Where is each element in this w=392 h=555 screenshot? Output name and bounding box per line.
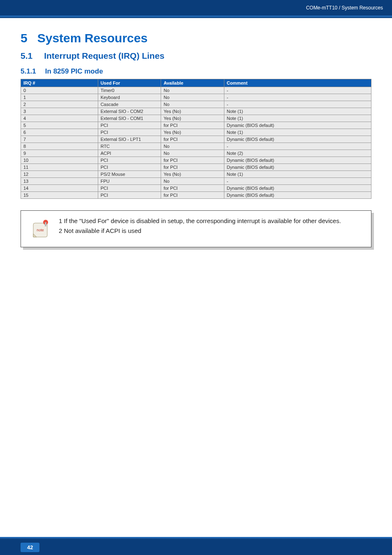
- cell-comment: Dynamic (BIOS default): [224, 122, 371, 129]
- cell-comment: Note (2): [224, 150, 371, 157]
- cell-comment: Dynamic (BIOS default): [224, 136, 371, 143]
- cell-irq: 15: [21, 192, 98, 199]
- cell-comment: -: [224, 87, 371, 94]
- cell-irq: 14: [21, 185, 98, 192]
- cell-irq: 3: [21, 108, 98, 115]
- cell-irq: 13: [21, 178, 98, 185]
- cell-comment: -: [224, 178, 371, 185]
- cell-avail: for PCI: [161, 164, 224, 171]
- table-header-row: IRQ # Used For Available Comment: [21, 79, 371, 87]
- header-bar: COMe-mTT10 / System Resources: [0, 0, 392, 16]
- page-number: 42: [21, 543, 39, 552]
- cell-comment: Dynamic (BIOS default): [224, 157, 371, 164]
- cell-irq: 4: [21, 115, 98, 122]
- chapter-heading: 5System Resources: [21, 31, 371, 45]
- section-title: Interrupt Request (IRQ) Lines: [44, 51, 164, 60]
- cell-avail: No: [161, 87, 224, 94]
- cell-comment: Dynamic (BIOS default): [224, 185, 371, 192]
- col-irq: IRQ #: [21, 79, 98, 87]
- cell-irq: 6: [21, 129, 98, 136]
- note-line-1: 1 If the "Used For" device is disabled i…: [59, 216, 341, 226]
- note-icon: note: [29, 219, 51, 241]
- col-available: Available: [161, 79, 224, 87]
- cell-avail: Yes (No): [161, 129, 224, 136]
- table-row: 15PCIfor PCIDynamic (BIOS default): [21, 192, 371, 199]
- table-row: 0Timer0No-: [21, 87, 371, 94]
- table-row: 4External SIO - COM1Yes (No)Note (1): [21, 115, 371, 122]
- cell-comment: -: [224, 101, 371, 108]
- subsection-title: In 8259 PIC mode: [45, 67, 103, 75]
- breadcrumb: COMe-mTT10 / System Resources: [306, 5, 383, 11]
- cell-used: FPU: [98, 178, 161, 185]
- cell-irq: 0: [21, 87, 98, 94]
- note-box: note 1 If the "Used For" device is disab…: [21, 210, 371, 247]
- col-comment: Comment: [224, 79, 371, 87]
- table-row: 8RTCNo-: [21, 143, 371, 150]
- cell-used: ACPI: [98, 150, 161, 157]
- cell-used: PCI: [98, 192, 161, 199]
- table-row: 14PCIfor PCIDynamic (BIOS default): [21, 185, 371, 192]
- cell-used: External SIO - LPT1: [98, 136, 161, 143]
- table-row: 2CascadeNo-: [21, 101, 371, 108]
- cell-used: Keyboard: [98, 94, 161, 101]
- cell-used: PCI: [98, 157, 161, 164]
- svg-rect-1: [45, 222, 46, 226]
- col-usedfor: Used For: [98, 79, 161, 87]
- note-line-2: 2 Not available if ACPI is used: [59, 226, 341, 235]
- page-content: 5System Resources 5.1Interrupt Request (…: [0, 18, 392, 247]
- cell-used: PS/2 Mouse: [98, 171, 161, 178]
- cell-avail: Yes (No): [161, 115, 224, 122]
- note-container: note 1 If the "Used For" device is disab…: [21, 210, 371, 247]
- table-row: 12PS/2 MouseYes (No)Note (1): [21, 171, 371, 178]
- cell-avail: No: [161, 143, 224, 150]
- cell-comment: Note (1): [224, 115, 371, 122]
- cell-used: Cascade: [98, 101, 161, 108]
- chapter-number: 5: [21, 31, 28, 45]
- note-text: 1 If the "Used For" device is disabled i…: [59, 216, 341, 236]
- table-row: 10PCIfor PCIDynamic (BIOS default): [21, 157, 371, 164]
- cell-used: PCI: [98, 129, 161, 136]
- table-row: 7External SIO - LPT1for PCIDynamic (BIOS…: [21, 136, 371, 143]
- table-row: 5PCIfor PCIDynamic (BIOS default): [21, 122, 371, 129]
- table-row: 6PCIYes (No)Note (1): [21, 129, 371, 136]
- cell-comment: -: [224, 143, 371, 150]
- cell-used: External SIO - COM2: [98, 108, 161, 115]
- table-row: 11PCIfor PCIDynamic (BIOS default): [21, 164, 371, 171]
- cell-irq: 11: [21, 164, 98, 171]
- cell-avail: Yes (No): [161, 108, 224, 115]
- chapter-title: System Resources: [37, 31, 148, 45]
- cell-irq: 8: [21, 143, 98, 150]
- cell-irq: 7: [21, 136, 98, 143]
- cell-comment: Dynamic (BIOS default): [224, 192, 371, 199]
- cell-avail: for PCI: [161, 192, 224, 199]
- cell-used: PCI: [98, 122, 161, 129]
- cell-comment: Note (1): [224, 171, 371, 178]
- irq-table: IRQ # Used For Available Comment 0Timer0…: [21, 79, 371, 199]
- section-heading: 5.1Interrupt Request (IRQ) Lines: [21, 51, 371, 61]
- cell-irq: 5: [21, 122, 98, 129]
- table-row: 1KeyboardNo-: [21, 94, 371, 101]
- subsection-heading: 5.1.1In 8259 PIC mode: [21, 67, 371, 76]
- cell-used: External SIO - COM1: [98, 115, 161, 122]
- section-number: 5.1: [21, 51, 32, 60]
- cell-avail: No: [161, 150, 224, 157]
- cell-irq: 12: [21, 171, 98, 178]
- cell-avail: No: [161, 178, 224, 185]
- cell-avail: No: [161, 101, 224, 108]
- cell-comment: Note (1): [224, 108, 371, 115]
- cell-irq: 9: [21, 150, 98, 157]
- cell-used: PCI: [98, 185, 161, 192]
- cell-avail: for PCI: [161, 136, 224, 143]
- footer-bar: 42: [0, 539, 392, 555]
- table-row: 13FPUNo-: [21, 178, 371, 185]
- cell-avail: for PCI: [161, 157, 224, 164]
- cell-comment: -: [224, 94, 371, 101]
- cell-irq: 2: [21, 101, 98, 108]
- footer: 42: [0, 537, 392, 555]
- cell-irq: 1: [21, 94, 98, 101]
- table-row: 3External SIO - COM2Yes (No)Note (1): [21, 108, 371, 115]
- cell-avail: for PCI: [161, 122, 224, 129]
- cell-irq: 10: [21, 157, 98, 164]
- cell-avail: Yes (No): [161, 171, 224, 178]
- table-row: 9ACPINoNote (2): [21, 150, 371, 157]
